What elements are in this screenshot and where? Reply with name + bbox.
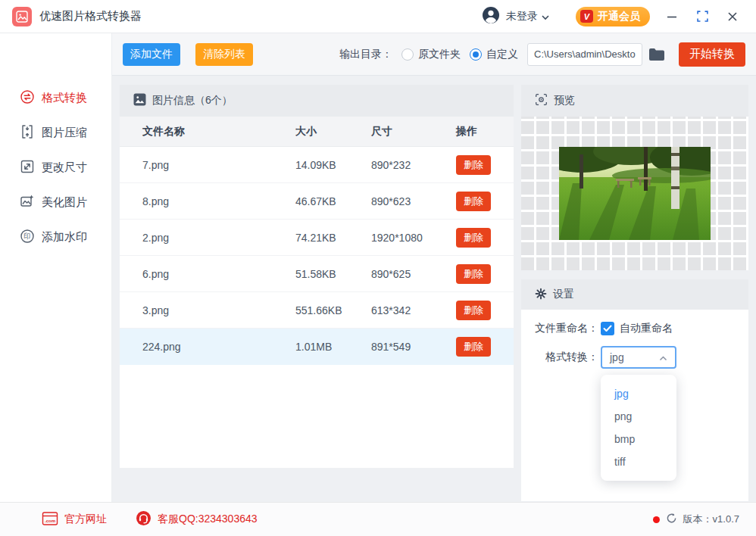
sidebar-item-resize[interactable]: 更改尺寸: [0, 150, 111, 185]
website-com-icon: .com: [42, 511, 58, 528]
table-row[interactable]: 6.png51.58KB890*625删除: [120, 256, 514, 292]
browse-folder-icon[interactable]: [648, 48, 665, 61]
app-title: 优速图片格式转换器: [39, 9, 142, 23]
cell-action: 删除: [456, 264, 514, 284]
cell-size: 14.09KB: [295, 159, 371, 171]
format-option-png[interactable]: png: [601, 405, 676, 428]
radio-custom-folder[interactable]: 自定义: [470, 48, 518, 61]
sidebar-item-label: 美化图片: [42, 195, 87, 210]
settings-title: 设置: [553, 288, 574, 301]
delete-button[interactable]: 删除: [456, 192, 491, 211]
settings-header: 设置: [521, 279, 748, 310]
column-action: 操作: [456, 125, 514, 139]
clear-list-button[interactable]: 清除列表: [195, 43, 253, 66]
cell-size: 1.01MB: [295, 341, 371, 353]
status-dot: [653, 516, 660, 523]
sidebar: 格式转换 图片压缩 更改尺寸: [0, 33, 112, 502]
file-panel-title: 图片信息（6个）: [152, 94, 233, 108]
sidebar-item-compress[interactable]: 图片压缩: [0, 115, 111, 150]
rename-label: 文件重命名：: [521, 322, 598, 335]
radio-on-icon[interactable]: [470, 48, 482, 61]
table-header: 文件名称 大小 尺寸 操作: [120, 117, 514, 147]
cell-dimensions: 890*623: [371, 195, 456, 207]
table-row[interactable]: 3.png551.66KB613*342删除: [120, 292, 514, 329]
preview-panel: 预览: [521, 85, 748, 270]
cell-action: 删除: [456, 301, 514, 320]
titlebar: 优速图片格式转换器 未登录 V 开通会员: [0, 0, 756, 33]
qq-label: 客服QQ:3234303643: [158, 513, 258, 526]
user-avatar-icon[interactable]: [482, 6, 500, 27]
cell-size: 74.21KB: [295, 232, 371, 244]
login-status[interactable]: 未登录: [506, 10, 538, 23]
vip-button-label: 开通会员: [598, 10, 640, 23]
vip-badge-icon: V: [580, 10, 593, 23]
table-row[interactable]: 7.png14.09KB890*232删除: [120, 147, 514, 183]
format-label: 格式转换：: [521, 351, 598, 364]
preview-title: 预览: [554, 94, 575, 108]
table-row[interactable]: 2.png74.21KB1920*1080删除: [120, 220, 514, 256]
delete-button[interactable]: 删除: [456, 155, 491, 175]
format-option-jpg[interactable]: jpg: [601, 382, 676, 405]
radio-original-label: 原文件夹: [418, 48, 461, 61]
watermark-icon: 印: [20, 229, 35, 246]
auto-rename-label: 自动重命名: [620, 322, 673, 335]
sidebar-item-format-convert[interactable]: 格式转换: [0, 80, 111, 115]
delete-button[interactable]: 删除: [456, 264, 491, 284]
format-option-bmp[interactable]: bmp: [601, 428, 676, 450]
cell-size: 51.58KB: [295, 268, 371, 280]
resize-icon: [20, 159, 35, 176]
sidebar-item-label: 更改尺寸: [42, 160, 87, 175]
chevron-down-icon[interactable]: [541, 10, 550, 23]
delete-button[interactable]: 删除: [456, 301, 491, 320]
app-logo-icon: [12, 7, 32, 26]
svg-text:印: 印: [24, 232, 31, 240]
format-dropdown-menu: jpgpngbmptiff: [601, 375, 676, 481]
statusbar: .com 官方网址 客服QQ:3234303643 版本：v1.0.7: [0, 502, 756, 536]
cell-filename: 8.png: [120, 195, 295, 207]
transparency-checkerboard: [521, 117, 748, 270]
open-vip-button[interactable]: V 开通会员: [576, 7, 650, 26]
minimize-button[interactable]: [661, 5, 683, 28]
cell-filename: 7.png: [120, 159, 295, 171]
sidebar-item-label: 添加水印: [42, 230, 87, 245]
file-table-body: 7.png14.09KB890*232删除8.png46.67KB890*623…: [120, 147, 514, 365]
column-filename: 文件名称: [120, 125, 295, 139]
radio-off-icon[interactable]: [401, 48, 414, 61]
add-files-button[interactable]: 添加文件: [123, 43, 180, 66]
cell-filename: 224.png: [120, 341, 295, 353]
sidebar-item-watermark[interactable]: 印 添加水印: [0, 220, 111, 254]
eye-preview-icon: [535, 93, 548, 108]
cell-dimensions: 613*342: [371, 304, 456, 316]
format-select[interactable]: jpg: [601, 346, 676, 369]
gear-icon: [535, 288, 547, 302]
delete-button[interactable]: 删除: [456, 228, 491, 248]
headset-icon: [136, 510, 152, 528]
auto-rename-checkbox[interactable]: [601, 322, 614, 335]
cell-filename: 3.png: [120, 304, 295, 316]
cell-dimensions: 891*549: [371, 341, 456, 353]
cell-dimensions: 1920*1080: [371, 232, 456, 244]
cell-size: 46.67KB: [295, 195, 371, 207]
format-option-tiff[interactable]: tiff: [601, 450, 676, 473]
table-row[interactable]: 224.png1.01MB891*549删除: [120, 329, 514, 365]
website-label: 官方网址: [64, 513, 107, 526]
start-convert-button[interactable]: 开始转换: [679, 42, 745, 67]
radio-original-folder[interactable]: 原文件夹: [401, 48, 461, 61]
column-dimensions: 尺寸: [371, 125, 456, 139]
compress-icon: [20, 124, 35, 142]
close-button[interactable]: [721, 5, 744, 28]
refresh-icon[interactable]: [666, 513, 677, 526]
cell-action: 删除: [456, 228, 514, 248]
preview-image: [559, 147, 711, 240]
maximize-button[interactable]: [691, 5, 714, 28]
official-website-link[interactable]: .com 官方网址: [42, 511, 107, 528]
cell-action: 删除: [456, 337, 514, 357]
column-size: 大小: [295, 125, 371, 139]
chevron-up-icon: [659, 351, 667, 363]
delete-button[interactable]: 删除: [456, 337, 491, 357]
output-path-input[interactable]: [527, 43, 642, 66]
sidebar-item-beautify[interactable]: 美化图片: [0, 185, 111, 220]
settings-panel: 设置 文件重命名： 自动重命名 格式转换： jpg: [521, 279, 748, 501]
support-qq-link[interactable]: 客服QQ:3234303643: [136, 510, 258, 528]
table-row[interactable]: 8.png46.67KB890*623删除: [120, 183, 514, 220]
